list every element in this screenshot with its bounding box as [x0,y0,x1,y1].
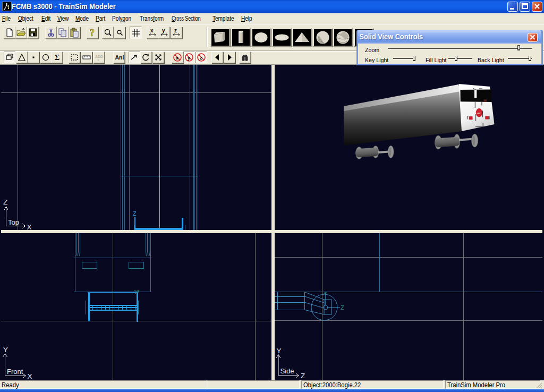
svg-text:Z: Z [133,210,137,217]
svg-text:x: x [150,28,154,33]
svg-text:Ani: Ani [115,54,124,61]
svg-text:Z: Z [3,198,7,206]
svg-text:X: X [28,372,32,380]
svg-text:?: ? [90,28,95,38]
svg-text:FMC: FMC [477,113,481,115]
svg-text:z: z [174,28,177,33]
svg-text:z: z [200,55,202,61]
svg-text:Y: Y [277,347,282,355]
svg-text:x: x [176,55,178,61]
svg-text:X: X [27,223,32,230]
svg-text:y: y [188,55,190,61]
svg-text:Z: Z [301,372,305,380]
svg-text:Z: Z [341,304,344,311]
svg-text:Side: Side [280,367,294,375]
svg-text:Front: Front [7,368,23,376]
svg-text:Y: Y [3,346,8,354]
svg-text:y: y [162,28,165,33]
svg-text:Σ: Σ [55,54,60,62]
svg-text:ADD: ADD [95,55,103,58]
svg-text:Top: Top [8,218,19,226]
